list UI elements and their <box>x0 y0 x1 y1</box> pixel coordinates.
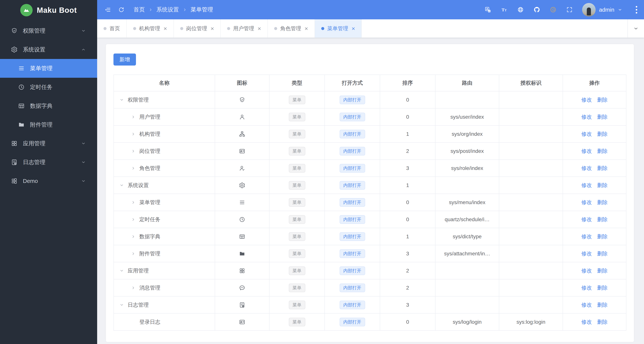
table-row: 菜单管理 菜单 内部打开 0 sys/menu/index 修改删除 <box>114 194 626 211</box>
breadcrumb-item[interactable]: 菜单管理 <box>190 6 213 14</box>
column-header: 图标 <box>215 75 269 91</box>
gitee-button[interactable]: G <box>550 7 556 13</box>
open-mode-tag: 内部打开 <box>340 96 365 104</box>
menu-lines-icon <box>18 65 25 72</box>
edit-link[interactable]: 修改 <box>581 182 592 188</box>
sort-value: 0 <box>380 108 435 125</box>
edit-link[interactable]: 修改 <box>581 148 592 154</box>
tab-status-dot <box>321 27 324 30</box>
delete-link[interactable]: 删除 <box>597 131 608 137</box>
delete-link[interactable]: 删除 <box>597 165 608 171</box>
sidebar-subitem-1-1[interactable]: 定时任务 <box>0 78 97 97</box>
edit-link[interactable]: 修改 <box>581 319 592 325</box>
tab-0[interactable]: 首页 <box>97 19 127 38</box>
type-tag: 菜单 <box>289 301 305 309</box>
edit-link[interactable]: 修改 <box>581 251 592 256</box>
app-logo: Maku Boot <box>0 0 97 20</box>
font-size-button[interactable]: TT <box>501 7 508 13</box>
open-mode-tag: 内部打开 <box>340 266 365 275</box>
tab-5[interactable]: 菜单管理 × <box>315 19 362 38</box>
row-expand-toggle[interactable] <box>120 303 128 307</box>
row-expand-toggle[interactable] <box>131 200 139 205</box>
refresh-button[interactable] <box>118 7 124 13</box>
delete-link[interactable]: 删除 <box>597 148 608 154</box>
breadcrumb-item[interactable]: 系统设置 <box>156 6 179 14</box>
sidebar-item-1[interactable]: 系统设置 <box>0 40 97 59</box>
delete-link[interactable]: 删除 <box>597 234 608 239</box>
delete-link[interactable]: 删除 <box>597 114 608 120</box>
sidebar-item-4[interactable]: Demo <box>0 172 97 190</box>
row-expand-toggle[interactable] <box>120 268 128 273</box>
type-tag: 菜单 <box>289 147 305 155</box>
row-expand-toggle[interactable] <box>131 115 139 119</box>
delete-link[interactable]: 删除 <box>597 182 608 188</box>
tab-4[interactable]: 角色管理 × <box>268 19 315 38</box>
delete-link[interactable]: 删除 <box>597 302 608 308</box>
row-expand-toggle[interactable] <box>131 234 139 239</box>
fullscreen-button[interactable] <box>566 7 573 13</box>
sidebar-item-2[interactable]: 应用管理 <box>0 134 97 153</box>
tab-1[interactable]: 机构管理 × <box>127 19 174 38</box>
tab-close-icon[interactable]: × <box>164 26 167 32</box>
breadcrumb-item[interactable]: 首页 <box>134 6 145 14</box>
edit-link[interactable]: 修改 <box>581 97 592 103</box>
menu-name: 应用管理 <box>128 267 149 274</box>
menu-name: 岗位管理 <box>139 148 160 155</box>
chevron-down-icon <box>81 160 86 165</box>
open-mode-tag: 内部打开 <box>340 147 365 155</box>
row-expand-toggle[interactable] <box>131 132 139 136</box>
row-expand-toggle[interactable] <box>131 166 139 170</box>
tab-list-dropdown-button[interactable] <box>628 19 644 38</box>
globe-icon <box>517 7 524 13</box>
edit-link[interactable]: 修改 <box>581 199 592 205</box>
user-menu[interactable]: admin <box>582 3 622 17</box>
edit-link[interactable]: 修改 <box>581 217 592 222</box>
sidebar-item-0[interactable]: 权限管理 <box>0 22 97 40</box>
sidebar-item-3[interactable]: 日志管理 <box>0 153 97 172</box>
row-expand-toggle[interactable] <box>120 183 128 188</box>
row-expand-toggle[interactable] <box>131 149 139 153</box>
delete-link[interactable]: 删除 <box>597 319 608 325</box>
perm-value <box>499 108 563 125</box>
column-header: 名称 <box>114 75 215 91</box>
edit-link[interactable]: 修改 <box>581 302 592 308</box>
github-icon <box>534 7 540 13</box>
edit-link[interactable]: 修改 <box>581 234 592 239</box>
add-button[interactable]: 新增 <box>114 54 136 66</box>
delete-link[interactable]: 删除 <box>597 97 608 103</box>
open-mode-tag: 内部打开 <box>340 164 365 173</box>
delete-link[interactable]: 删除 <box>597 217 608 222</box>
delete-link[interactable]: 删除 <box>597 268 608 274</box>
edit-link[interactable]: 修改 <box>581 131 592 137</box>
edit-link[interactable]: 修改 <box>581 285 592 291</box>
collapse-sidebar-button[interactable] <box>105 7 111 13</box>
tab-3[interactable]: 用户管理 × <box>221 19 268 38</box>
sidebar-subitem-1-0[interactable]: 菜单管理 <box>0 59 97 78</box>
sidebar-subitem-1-3[interactable]: 附件管理 <box>0 115 97 134</box>
column-header: 排序 <box>380 75 435 91</box>
sidebar-subitem-1-2[interactable]: 数据字典 <box>0 97 97 115</box>
clock-icon <box>239 216 245 223</box>
row-expand-toggle[interactable] <box>131 251 139 256</box>
row-expand-toggle[interactable] <box>120 98 128 102</box>
delete-link[interactable]: 删除 <box>597 199 608 205</box>
edit-link[interactable]: 修改 <box>581 114 592 120</box>
github-button[interactable] <box>534 7 540 13</box>
app-logo-icon <box>20 4 33 16</box>
tab-close-icon[interactable]: × <box>304 26 308 32</box>
globe-button[interactable] <box>517 7 524 13</box>
edit-link[interactable]: 修改 <box>581 268 592 274</box>
delete-link[interactable]: 删除 <box>597 251 608 256</box>
row-expand-toggle[interactable] <box>131 217 139 222</box>
translate-button[interactable] <box>484 7 491 13</box>
row-expand-toggle[interactable] <box>131 286 139 290</box>
tab-2[interactable]: 岗位管理 × <box>174 19 221 38</box>
edit-link[interactable]: 修改 <box>581 165 592 171</box>
tab-close-icon[interactable]: × <box>258 26 261 32</box>
log-doc-icon <box>11 159 18 166</box>
more-menu-button[interactable] <box>634 5 638 15</box>
delete-link[interactable]: 删除 <box>597 285 608 291</box>
route-value <box>435 262 499 279</box>
tab-close-icon[interactable]: × <box>210 26 214 32</box>
tab-close-icon[interactable]: × <box>352 26 355 32</box>
